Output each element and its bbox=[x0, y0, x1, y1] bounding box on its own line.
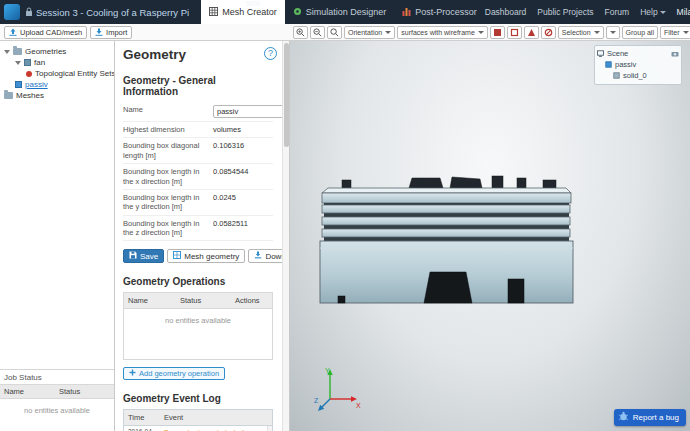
col-time: Time bbox=[124, 410, 160, 425]
show-selection-icon bbox=[510, 28, 519, 37]
app-logo-icon[interactable] bbox=[4, 4, 20, 20]
nav-help-menu[interactable]: Help bbox=[640, 7, 665, 17]
col-status: Status bbox=[176, 293, 231, 308]
sidebar-item-passiv[interactable]: passiv bbox=[0, 79, 114, 90]
scene-tree-panel: Geometries fan Topological Entity Sets p… bbox=[0, 41, 114, 101]
hide-selection-button[interactable] bbox=[490, 26, 505, 39]
sidebar-item-geometries[interactable]: Geometries bbox=[0, 46, 114, 57]
app-root: Session 3 - Cooling of a Rasperry Pi Mes… bbox=[0, 0, 690, 431]
folder-icon bbox=[4, 92, 13, 99]
report-bug-button[interactable]: Report a bug bbox=[614, 409, 686, 426]
solid-cube-icon bbox=[613, 72, 620, 79]
scene-geometry-node[interactable]: passiv bbox=[597, 59, 679, 70]
workbench-tabs: Mesh Creator Simulation Designer Post-Pr… bbox=[201, 0, 485, 24]
zoom-in-button[interactable] bbox=[293, 26, 308, 39]
col-status: Status bbox=[55, 385, 114, 398]
col-event: Event bbox=[160, 410, 272, 425]
tab-mesh-creator[interactable]: Mesh Creator bbox=[201, 0, 285, 24]
tab-label: Post-Processor bbox=[415, 7, 477, 17]
mesh-geometry-button[interactable]: Mesh geometry bbox=[167, 249, 245, 263]
import-button[interactable]: Import bbox=[90, 26, 132, 39]
heatsink-model[interactable] bbox=[312, 175, 578, 307]
chevron-down-icon bbox=[478, 31, 484, 34]
job-status-title: Job Status bbox=[0, 370, 114, 384]
simulation-gear-icon bbox=[293, 7, 302, 18]
operations-table: Name Status Actions no entities availabl… bbox=[123, 292, 273, 360]
field-value: 0.106316 bbox=[209, 141, 273, 150]
log-time: 2016-04-26 21:05 bbox=[124, 426, 160, 431]
job-status-header: Name Status bbox=[0, 384, 114, 399]
geometry-icon bbox=[605, 61, 612, 68]
axis-y-label: Y bbox=[325, 367, 330, 374]
render-mode-dropdown[interactable]: surfaces with wireframe bbox=[397, 26, 488, 39]
operations-header: Name Status Actions bbox=[124, 293, 272, 309]
name-input[interactable] bbox=[213, 105, 290, 118]
group-all-button[interactable]: Group all bbox=[622, 26, 658, 39]
mesh-icon bbox=[173, 251, 181, 261]
help-button[interactable]: ? bbox=[264, 47, 277, 60]
top-bar: Session 3 - Cooling of a Rasperry Pi Mes… bbox=[0, 0, 690, 24]
panel-scrollbar-thumb[interactable] bbox=[284, 43, 289, 147]
upload-cad-button[interactable]: Upload CAD/mesh bbox=[4, 26, 87, 39]
job-status-panel: Job Status Name Status no entities avail… bbox=[0, 369, 114, 431]
sidebar-item-topological-entity-sets[interactable]: Topological Entity Sets bbox=[0, 68, 114, 79]
section-general-heading: Geometry - General Information bbox=[123, 75, 273, 97]
scene-options-icon[interactable] bbox=[671, 51, 679, 57]
add-operation-label: Add geometry operation bbox=[139, 369, 219, 378]
nav-public-projects[interactable]: Public Projects bbox=[537, 7, 593, 17]
nav-dashboard[interactable]: Dashboard bbox=[485, 7, 527, 17]
mesh-grid-icon bbox=[209, 7, 218, 18]
orientation-axes: Y X Z bbox=[314, 365, 362, 415]
save-button[interactable]: Save bbox=[123, 249, 164, 263]
geometry-icon bbox=[15, 81, 22, 88]
report-bug-label: Report a bug bbox=[633, 413, 679, 422]
folder-icon bbox=[13, 48, 22, 55]
action-bar: Upload CAD/mesh Import Orientation surfa… bbox=[0, 24, 690, 41]
tab-post-processor[interactable]: Post-Processor bbox=[394, 0, 485, 24]
viewport-3d[interactable]: Scene passiv solid_0 bbox=[290, 41, 690, 431]
viewport-toolbar: Orientation surfaces with wireframe Sele… bbox=[293, 26, 690, 39]
clear-selection-icon bbox=[544, 28, 553, 37]
filter-dropdown[interactable]: Filter bbox=[660, 26, 690, 39]
scene-root-node[interactable]: Scene bbox=[597, 48, 679, 59]
col-name: Name bbox=[124, 293, 176, 308]
geometry-icon bbox=[24, 59, 31, 66]
zoom-fit-button[interactable] bbox=[327, 26, 342, 39]
mesh-label: Mesh geometry bbox=[184, 252, 239, 261]
field-value: 0.0582511 bbox=[209, 219, 273, 228]
field-label: Highest dimension bbox=[123, 125, 209, 134]
clear-selection-button[interactable] bbox=[541, 26, 556, 39]
log-row: 2016-04-26 21:05 Geometry import started bbox=[124, 426, 272, 431]
field-name: Name bbox=[123, 102, 273, 122]
invert-selection-button[interactable] bbox=[524, 26, 539, 39]
zoom-out-button[interactable] bbox=[310, 26, 325, 39]
tree-label: Geometries bbox=[25, 47, 66, 56]
zoom-fit-icon bbox=[330, 28, 339, 37]
scene-label: passiv bbox=[615, 60, 636, 69]
sidebar-item-meshes[interactable]: Meshes bbox=[0, 90, 114, 101]
tab-simulation-designer[interactable]: Simulation Designer bbox=[285, 0, 395, 24]
selection-mode-dropdown[interactable] bbox=[606, 26, 620, 39]
tab-label: Simulation Designer bbox=[306, 7, 387, 17]
cad-actions: Upload CAD/mesh Import bbox=[4, 26, 132, 39]
field-bbox-y: Bounding box length in the y direction [… bbox=[123, 190, 273, 216]
event-log-body: 2016-04-26 21:05 Geometry import started… bbox=[124, 426, 272, 431]
panel-scrollbar[interactable] bbox=[282, 41, 289, 431]
tree-label: Topological Entity Sets bbox=[35, 69, 114, 78]
col-actions: Actions bbox=[231, 293, 272, 308]
scene-solid-node[interactable]: solid_0 bbox=[597, 70, 679, 81]
chevron-down-icon bbox=[660, 11, 666, 14]
add-geometry-operation-button[interactable]: Add geometry operation bbox=[123, 367, 225, 380]
show-selection-button[interactable] bbox=[507, 26, 522, 39]
log-scrollbar[interactable] bbox=[267, 426, 272, 431]
geometry-panel: Geometry Geometry - General Information … bbox=[115, 41, 290, 431]
tree-label: Meshes bbox=[16, 91, 44, 100]
hide-selection-icon bbox=[493, 28, 502, 37]
sidebar-item-fan[interactable]: fan bbox=[0, 57, 114, 68]
axis-x-label: X bbox=[356, 402, 361, 409]
orientation-dropdown[interactable]: Orientation bbox=[344, 26, 395, 39]
selection-dropdown[interactable]: Selection bbox=[558, 26, 604, 39]
user-menu[interactable]: Milad_Mah bbox=[677, 7, 690, 17]
event-log-header: Time Event bbox=[124, 410, 272, 426]
nav-forum[interactable]: Forum bbox=[605, 7, 630, 17]
